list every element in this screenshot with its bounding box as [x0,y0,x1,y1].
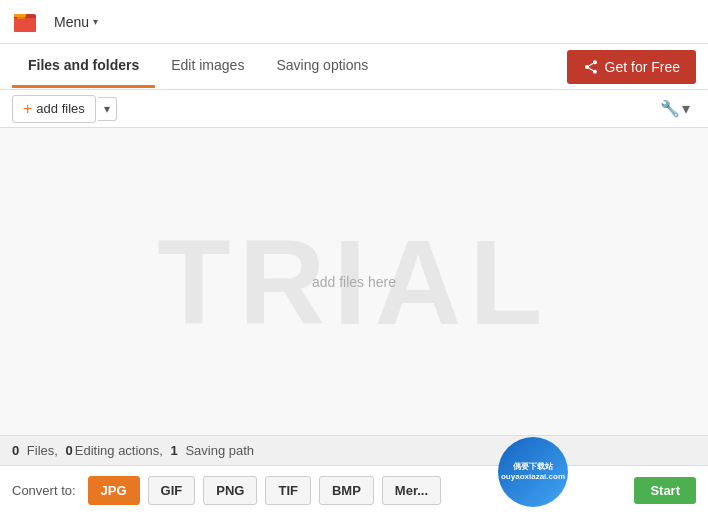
convert-to-label: Convert to: [12,483,76,498]
top-bar: Menu ▾ [0,0,708,44]
tab-files-folders[interactable]: Files and folders [12,45,155,88]
files-count: 0 [12,443,19,458]
menu-label: Menu [54,14,89,30]
tab-edit-images[interactable]: Edit images [155,45,260,88]
wrench-icon: 🔧 [660,99,680,118]
menu-chevron-icon: ▾ [93,16,98,27]
wrench-chevron-icon: ▾ [682,99,690,118]
tab-bar: Files and folders Edit images Saving opt… [0,44,708,90]
merge-label: Mer... [395,483,428,498]
format-bmp-button[interactable]: BMP [319,476,374,505]
tab-saving-options[interactable]: Saving options [260,45,384,88]
saving-text: Saving path [185,443,254,458]
merge-button[interactable]: Mer... [382,476,441,505]
status-spacer1 [60,443,64,458]
watermark-text: 偶要下载站ouyaoxiazai.com [501,462,565,483]
files-label [21,443,25,458]
toolbar-left: + add files ▾ [12,95,117,123]
tab-list: Files and folders Edit images Saving opt… [12,45,567,88]
format-gif-label: GIF [161,483,183,498]
svg-rect-3 [14,14,26,17]
format-jpg-label: JPG [101,483,127,498]
wrench-settings-button[interactable]: 🔧 ▾ [654,95,696,122]
main-content-area: TRIAL add files here [0,128,708,435]
editing-label: Editing actions, [75,443,163,458]
format-bmp-label: BMP [332,483,361,498]
start-button[interactable]: Start [634,477,696,504]
toolbar: + add files ▾ 🔧 ▾ [0,90,708,128]
status-bar: 0 Files, 0 Editing actions, 1 Saving pat… [0,435,708,465]
app-icon [12,8,40,36]
get-free-button[interactable]: Get for Free [567,50,696,84]
saving-count: 1 [171,443,178,458]
format-tif-button[interactable]: TIF [265,476,311,505]
add-files-hint: add files here [312,274,396,290]
format-gif-button[interactable]: GIF [148,476,196,505]
status-spacer2 [165,443,169,458]
get-free-label: Get for Free [605,59,680,75]
saving-label [180,443,184,458]
share-icon [583,59,599,75]
add-files-label: add files [36,101,84,116]
files-text: Files, [27,443,58,458]
svg-rect-1 [14,18,36,32]
add-files-dropdown-chevron: ▾ [104,102,110,116]
format-tif-label: TIF [278,483,298,498]
add-files-button[interactable]: + add files [12,95,96,123]
format-jpg-button[interactable]: JPG [88,476,140,505]
format-png-label: PNG [216,483,244,498]
menu-button[interactable]: Menu ▾ [48,10,104,34]
start-label: Start [650,483,680,498]
add-files-dropdown-button[interactable]: ▾ [98,97,117,121]
bottom-bar: Convert to: JPG GIF PNG TIF BMP Mer... 偶… [0,465,708,515]
format-png-button[interactable]: PNG [203,476,257,505]
editing-count: 0 [66,443,73,458]
plus-icon: + [23,100,32,118]
